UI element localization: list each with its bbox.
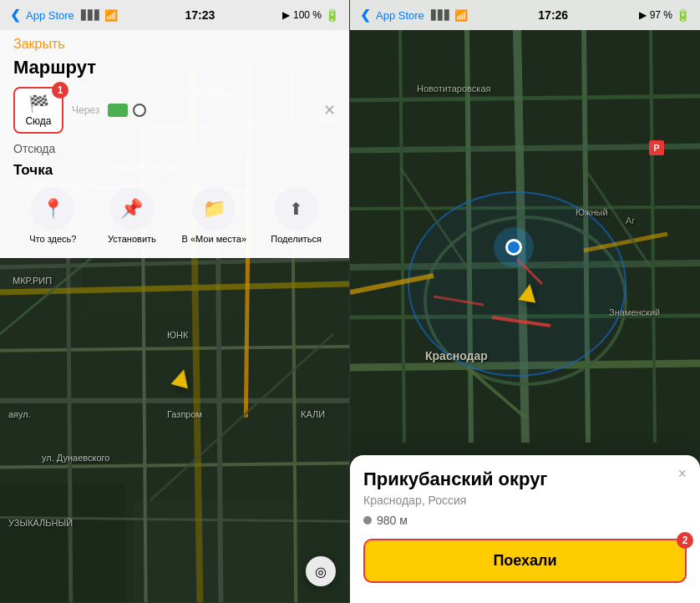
map-label-kali: КАЛИ <box>301 409 325 419</box>
set-label: Установить <box>108 234 156 245</box>
what-here-label: Что здесь? <box>29 234 76 245</box>
distance-value: 980 м <box>377 514 408 527</box>
action-share[interactable]: ⬆ Поделиться <box>267 187 326 245</box>
parking-icon: P <box>649 140 664 155</box>
map-label-krasnodar: Краснодар <box>425 349 488 362</box>
blue-outer-ring <box>494 227 534 267</box>
nav-arrow-right: ▲ <box>511 271 546 312</box>
badge-1: 1 <box>52 82 68 99</box>
map-label-novotit: Новотитаровская <box>417 84 490 94</box>
battery-arrow-left: ▶ <box>282 9 290 21</box>
battery-level-right: 97 % <box>650 9 672 21</box>
route-divider-1: Через <box>68 104 103 116</box>
set-icon: 📌 <box>110 187 154 231</box>
map-label-aya: аяул. <box>8 409 31 419</box>
distance-row: 980 м <box>363 514 687 527</box>
route-here-button[interactable]: 1 🏁 Сюда <box>13 87 63 134</box>
distance-dot-icon <box>363 516 372 524</box>
action-my-places[interactable]: 📁 В «Мои места» <box>182 187 246 245</box>
map-label-znamensky: Знаменский <box>609 307 660 317</box>
share-icon: ⬆ <box>275 187 318 231</box>
battery-level-left: 100 % <box>293 9 322 21</box>
map-label-dunayev: ул. Дунаевского <box>42 453 109 463</box>
map-label-ag: Аг <box>626 215 635 225</box>
circle-waypoint[interactable] <box>133 104 146 117</box>
close-panel-button[interactable]: × <box>677 465 687 483</box>
status-bar-left: ❮ App Store ▋▋▋ 📶 17:23 ▶ 100 % 🔋 <box>0 0 349 30</box>
back-arrow-left[interactable]: ❮ <box>10 8 21 23</box>
blue-inner-dot <box>505 239 522 256</box>
discard-button[interactable]: ✕ <box>323 101 336 119</box>
badge-2: 2 <box>677 532 693 549</box>
svg-rect-6 <box>134 500 301 602</box>
map-label-yuzhny: Южный <box>576 207 608 217</box>
back-arrow-right[interactable]: ❮ <box>360 8 371 23</box>
map-label-uzy: УЗЫКАЛЬНЫЙ <box>8 518 73 528</box>
app-store-label-left[interactable]: App Store <box>26 9 74 22</box>
tochka-label: Точка <box>13 162 336 179</box>
flag-icon: 🏁 <box>28 94 49 114</box>
go-button-wrapper: 2 Поехали <box>363 539 687 583</box>
map-label-gazprom: Газпром <box>167 409 202 419</box>
app-store-label-right[interactable]: App Store <box>376 9 424 22</box>
location-subtitle: Краснодар, Россия <box>363 494 687 507</box>
location-panel: × Прикубанский округ Краснодар, Россия 9… <box>350 455 700 603</box>
signal-bars-right: ▋▋▋ <box>431 10 451 21</box>
location-name: Прикубанский округ <box>363 469 687 490</box>
right-screen: P Новотитаровская Южный Знаменский Красн… <box>350 0 700 603</box>
action-what-here[interactable]: 📍 Что здесь? <box>23 187 82 245</box>
battery-icon-left: 🔋 <box>325 8 339 22</box>
time-right: 17:26 <box>538 8 568 22</box>
status-bar-right: ❮ App Store ▋▋▋ 📶 17:26 ▶ 97 % 🔋 <box>350 0 700 30</box>
green-waypoint[interactable] <box>108 104 128 117</box>
time-left: 17:23 <box>185 8 215 22</box>
my-places-icon: 📁 <box>192 187 236 231</box>
battery-arrow-right: ▶ <box>639 9 647 21</box>
what-here-icon: 📍 <box>31 187 74 231</box>
wifi-icon-right: 📶 <box>454 9 468 22</box>
wifi-icon-left: 📶 <box>104 9 118 22</box>
svg-rect-5 <box>0 484 125 602</box>
close-button[interactable]: Закрыть <box>13 37 336 52</box>
my-places-label: В «Мои места» <box>182 234 246 245</box>
map-label-yunk: ЮНК <box>167 330 188 340</box>
left-screen: НАРОДНЫЙ ЗЕЛЁНАЯ РОЩА МКР.РИП ЮНК ул. Ду… <box>0 0 350 603</box>
compass-button-left[interactable]: ◎ <box>306 556 336 586</box>
go-button[interactable]: Поехали <box>363 539 687 583</box>
map-label-mkr: МКР.РИП <box>13 276 52 286</box>
share-label: Поделиться <box>271 234 322 245</box>
route-title: Маршрут <box>13 57 336 79</box>
action-icons-row: 📍 Что здесь? 📌 Установить 📁 В «Мои места… <box>13 187 336 245</box>
route-buttons-row: 1 🏁 Сюда Через ✕ <box>13 87 336 134</box>
signal-bars-left: ▋▋▋ <box>81 10 101 21</box>
from-label: Отсюда <box>13 142 336 155</box>
blue-location-marker <box>494 227 534 267</box>
route-panel: Закрыть Маршрут 1 🏁 Сюда Через ✕ Отсюда … <box>0 30 349 258</box>
action-set[interactable]: 📌 Установить <box>103 187 161 245</box>
route-here-label: Сюда <box>25 115 51 127</box>
battery-icon-right: 🔋 <box>676 8 690 22</box>
